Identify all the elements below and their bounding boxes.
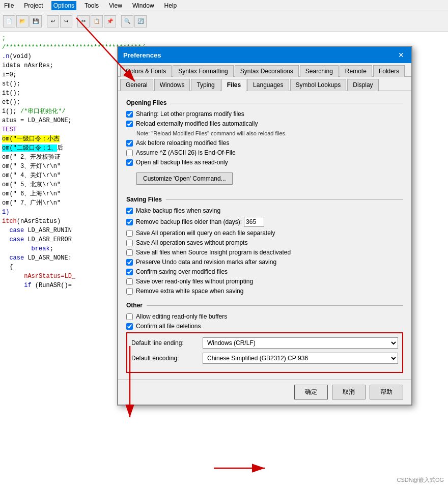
tab-files[interactable]: Files [221, 79, 246, 91]
cb-allow-readonly-row: Allow editing read-only file buffers [126, 313, 403, 320]
tb-undo[interactable]: ↩ [47, 15, 59, 27]
dialog-content: Opening Files Sharing: Let other program… [118, 91, 411, 379]
cb-ask-reload[interactable] [126, 140, 133, 147]
cb-ask-reload-label: Ask before reloading modified files [136, 139, 229, 147]
tab-colors-fonts[interactable]: Colors & Fonts [120, 65, 172, 77]
dialog-close-button[interactable]: ✕ [396, 50, 406, 60]
menu-help[interactable]: Help [162, 1, 179, 10]
cb-make-backup[interactable] [126, 208, 133, 214]
cb-remove-whitespace[interactable] [126, 288, 133, 295]
cb-confirm-delete-label: Confirm all file deletions [136, 323, 201, 330]
cb-ask-reload-row: Ask before reloading modified files [126, 139, 403, 147]
cb-sharing-label: Sharing: Let other programs modify files [136, 110, 244, 118]
tab-searching[interactable]: Searching [300, 65, 339, 77]
menu-tools[interactable]: Tools [82, 1, 101, 10]
cb-assume-eof-label: Assume ^Z (ASCII 26) is End-Of-File [136, 149, 236, 156]
cb-sharing-row: Sharing: Let other programs modify files [126, 110, 403, 118]
cb-reload-auto-row: Reload externally modified files automat… [126, 120, 403, 127]
cb-save-deactivated-row: Save all files when Source Insight progr… [126, 249, 403, 256]
dialog-title: Preferences [123, 51, 161, 59]
cb-save-readonly-label: Save over read-only files without prompt… [136, 278, 253, 285]
cb-preserve-undo-row: Preserve Undo data and revision marks af… [126, 259, 403, 266]
tab-syntax-decorations[interactable]: Syntax Decorations [235, 65, 299, 77]
tab-windows[interactable]: Windows [154, 79, 190, 91]
encoding-label: Default encoding: [131, 355, 203, 362]
cb-reload-auto-label: Reload externally modified files automat… [136, 120, 258, 127]
cb-backup-readonly-row: Open all backup files as read-only [126, 159, 403, 166]
menu-options[interactable]: Options [51, 1, 76, 10]
cb-reload-auto[interactable] [126, 121, 133, 127]
cb-backup-readonly[interactable] [126, 159, 133, 166]
cb-confirm-modified-label: Confirm saving over modified files [136, 268, 228, 275]
tab-typing[interactable]: Typing [191, 79, 220, 91]
cb-save-all-noprompt[interactable] [126, 240, 133, 246]
customize-open-button[interactable]: Customize 'Open' Command... [136, 173, 233, 185]
cb-confirm-delete-row: Confirm all file deletions [126, 323, 403, 330]
cb-make-backup-label: Make backup files when saving [136, 207, 220, 214]
tb-replace[interactable]: 🔄 [134, 15, 147, 27]
toolbar: 📄 📂 💾 ↩ ↪ ✂ 📋 📌 🔍 🔄 [0, 11, 448, 32]
cb-save-all-query[interactable] [126, 230, 133, 237]
tab-folders[interactable]: Folders [373, 65, 405, 77]
cb-save-readonly-row: Save over read-only files without prompt… [126, 278, 403, 285]
tb-save[interactable]: 💾 [30, 15, 42, 27]
cb-make-backup-row: Make backup files when saving [126, 207, 403, 214]
dialog-footer: 确定 取消 帮助 [118, 379, 411, 405]
tab-row-2: General Windows Typing Files Languages S… [118, 77, 411, 91]
section-opening-files: Opening Files [126, 99, 403, 106]
menu-project[interactable]: Project [22, 1, 45, 10]
cb-save-all-query-label: Save All operation will query on each fi… [136, 229, 275, 237]
line-ending-select[interactable]: Windows (CR/LF) Unix (LF) Mac (CR) [203, 337, 398, 349]
cb-save-deactivated-label: Save all files when Source Insight progr… [136, 249, 291, 256]
cb-remove-whitespace-label: Remove extra white space when saving [136, 288, 243, 295]
preferences-dialog: Preferences ✕ Colors & Fonts Syntax Form… [117, 46, 412, 406]
tab-general[interactable]: General [120, 79, 153, 91]
menu-bar: File Project Options Tools View Window H… [0, 0, 448, 11]
tab-remote[interactable]: Remote [340, 65, 372, 77]
tb-new[interactable]: 📄 [3, 15, 15, 27]
tab-symbol-lookups[interactable]: Symbol Lookups [290, 79, 347, 91]
watermark: CSDN@嵌入式OG [397, 476, 444, 484]
tb-cut[interactable]: ✂ [77, 15, 90, 27]
encoding-select[interactable]: Chinese Simplified (GB2312) CP:936 UTF-8… [203, 353, 398, 364]
confirm-button[interactable]: 确定 [294, 385, 328, 399]
tb-paste[interactable]: 📌 [104, 15, 116, 27]
cb-remove-whitespace-row: Remove extra white space when saving [126, 288, 403, 295]
tb-find[interactable]: 🔍 [121, 15, 133, 27]
tab-languages[interactable]: Languages [247, 79, 289, 91]
cb-assume-eof[interactable] [126, 150, 133, 156]
cb-save-all-query-row: Save All operation will query on each fi… [126, 229, 403, 237]
cb-remove-backup[interactable] [126, 219, 133, 225]
backup-days-input[interactable] [244, 217, 264, 227]
cb-backup-readonly-label: Open all backup files as read-only [136, 159, 228, 166]
tb-redo[interactable]: ↪ [60, 15, 72, 27]
help-button[interactable]: 帮助 [370, 385, 403, 399]
menu-view[interactable]: View [107, 1, 124, 10]
tab-syntax-formatting[interactable]: Syntax Formatting [173, 65, 233, 77]
cb-confirm-modified[interactable] [126, 269, 133, 275]
cb-sharing[interactable] [126, 111, 133, 118]
cb-save-all-noprompt-label: Save All operation saves without prompts [136, 239, 247, 246]
cb-confirm-modified-row: Confirm saving over modified files [126, 268, 403, 275]
cb-save-deactivated[interactable] [126, 249, 133, 256]
tab-row-1: Colors & Fonts Syntax Formatting Syntax … [118, 63, 411, 77]
cb-preserve-undo[interactable] [126, 259, 133, 266]
section-other: Other [126, 302, 403, 309]
cb-confirm-delete[interactable] [126, 323, 133, 330]
cb-remove-backup-row: Remove backup files older than (days): [126, 217, 403, 227]
cancel-button[interactable]: 取消 [332, 385, 366, 399]
cb-allow-readonly[interactable] [126, 313, 133, 320]
cb-save-readonly[interactable] [126, 278, 133, 285]
cb-assume-eof-row: Assume ^Z (ASCII 26) is End-Of-File [126, 149, 403, 156]
line-ending-row: Default line ending: Windows (CR/LF) Uni… [131, 337, 398, 349]
tab-display[interactable]: Display [347, 79, 378, 91]
default-settings-box: Default line ending: Windows (CR/LF) Uni… [126, 332, 403, 373]
cb-remove-backup-label: Remove backup files older than (days): [136, 218, 242, 225]
tb-open[interactable]: 📂 [16, 15, 29, 27]
menu-window[interactable]: Window [130, 1, 156, 10]
encoding-row: Default encoding: Chinese Simplified (GB… [131, 353, 398, 364]
tb-copy[interactable]: 📋 [91, 15, 103, 27]
menu-file[interactable]: File [2, 1, 16, 10]
section-saving-files: Saving Files [126, 196, 403, 203]
line-ending-label: Default line ending: [131, 339, 203, 347]
